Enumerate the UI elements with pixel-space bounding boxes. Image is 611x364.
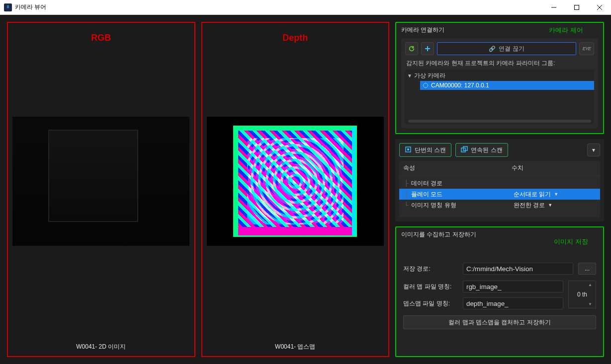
continuous-scan-icon <box>461 146 468 154</box>
prop-name: 데이터 경로 <box>411 179 514 188</box>
disconnect-button[interactable]: 🔗 연결 끊기 <box>437 42 576 55</box>
prop-row-play-mode[interactable]: ├ 플레이 모드 순서대로 읽기 ▼ <box>399 189 600 200</box>
depth-filename-label: 뎁스맵 파일 명칭: <box>403 299 458 308</box>
save-annotation: 이미지 저장 <box>554 237 588 246</box>
capture-save-button[interactable]: 컬러 맵과 뎁스맵을 캡처하고 저장하기 <box>403 315 596 329</box>
add-button[interactable] <box>421 42 434 55</box>
color-filename-input[interactable] <box>463 281 563 292</box>
prop-value: 완전한 경로 <box>514 201 545 210</box>
tree-scrollbar[interactable] <box>408 120 591 123</box>
connect-annotation: 카메라 제어 <box>549 26 583 35</box>
index-value: 0 th <box>577 291 587 298</box>
property-table: 속성 수치 ├ 데이터 경로 ├ 플레이 모드 순서대로 읽기 ▼ <box>399 161 600 218</box>
scan-options-dropdown[interactable]: ▾ <box>587 144 600 156</box>
prop-name: 플레이 모드 <box>411 190 514 199</box>
depth-caption: W0041- 뎁스맵 <box>202 340 389 356</box>
eye-button[interactable]: EYE <box>579 42 594 55</box>
camera-status-icon <box>423 83 428 88</box>
save-path-label: 저장 경로: <box>403 265 458 273</box>
app-body: RGB W0041- 2D 이미지 Depth W0041- 뎁스맵 카메라 연… <box>0 15 611 364</box>
prop-value-dropdown[interactable]: 완전한 경로 ▼ <box>514 201 598 210</box>
detected-text: 감지된 카메라와 현재 프로젝트의 카메라 파라미터 그룹: <box>406 59 593 68</box>
prop-col-attr: 속성 <box>403 164 512 172</box>
color-filename-label: 컬러 맵 파일 명칭: <box>403 283 458 291</box>
browse-button[interactable]: ... <box>578 263 596 275</box>
stepper-up-icon[interactable]: ▲ <box>588 283 594 287</box>
link-broken-icon: 🔗 <box>489 46 496 52</box>
titlebar: ⠿ 카메라 뷰어 <box>0 0 611 15</box>
tree-group-label: 가상 카메라 <box>414 72 445 80</box>
single-scan-button[interactable]: 단번의 스캔 <box>399 143 451 157</box>
tree-group-row[interactable]: ▼ 가상 카메라 <box>405 71 594 81</box>
property-header: 속성 수치 <box>399 161 600 176</box>
dropdown-icon: ▼ <box>548 203 552 208</box>
prop-value: 순서대로 읽기 <box>514 190 551 199</box>
camera-connect-panel: 카메라 연결하기 카메라 제어 🔗 연결 끊기 EYE 감지된 카메 <box>395 22 604 134</box>
prop-col-val: 수치 <box>512 164 596 172</box>
prop-row-data-path[interactable]: ├ 데이터 경로 <box>399 178 600 189</box>
index-stepper[interactable]: 0 th ▲ ▼ <box>568 281 596 308</box>
single-scan-icon <box>405 146 412 154</box>
caret-down-icon: ▼ <box>407 73 412 78</box>
prop-value-dropdown[interactable]: 순서대로 읽기 ▼ <box>514 190 598 199</box>
continuous-scan-button[interactable]: 연속된 스캔 <box>455 143 508 157</box>
stepper-down-icon[interactable]: ▼ <box>588 302 594 306</box>
right-column: 카메라 연결하기 카메라 제어 🔗 연결 끊기 EYE 감지된 카메 <box>395 22 604 357</box>
tree-camera-label: CAM00000: 127.0.0.1 <box>431 82 489 89</box>
scan-panel: 단번의 스캔 연속된 스캔 ▾ 속성 수치 ├ <box>395 139 604 221</box>
continuous-scan-label: 연속된 스캔 <box>471 146 502 154</box>
tree-camera-item[interactable]: CAM00000: 127.0.0.1 <box>420 81 594 90</box>
dropdown-icon: ▼ <box>554 192 558 197</box>
maximize-button[interactable] <box>565 0 588 15</box>
rgb-view-label: RGB <box>8 33 194 43</box>
connect-box: 🔗 연결 끊기 EYE 감지된 카메라와 현재 프로젝트의 카메라 파라미터 그… <box>401 38 598 128</box>
depth-view-label: Depth <box>202 33 389 43</box>
app-icon: ⠿ <box>4 3 12 11</box>
window-title: 카메라 뷰어 <box>15 3 542 11</box>
prop-name: 이미지 명칭 유형 <box>411 201 514 210</box>
depth-view-panel: Depth W0041- 뎁스맵 <box>201 22 390 357</box>
prop-row-image-name-type[interactable]: └ 이미지 명칭 유형 완전한 경로 ▼ <box>399 200 600 211</box>
close-button[interactable] <box>588 0 611 15</box>
svg-rect-7 <box>407 148 409 150</box>
image-save-panel: 이미지를 수집하고 저장하기 이미지 저장 저장 경로: ... 컬러 맵 파일… <box>395 226 604 357</box>
viewers-area: RGB W0041- 2D 이미지 Depth W0041- 뎁스맵 <box>7 22 389 357</box>
disconnect-label: 연결 끊기 <box>499 45 524 53</box>
rgb-image-area[interactable] <box>8 23 194 340</box>
refresh-button[interactable] <box>405 42 418 55</box>
minimize-button[interactable] <box>542 0 565 15</box>
depth-filename-input[interactable] <box>463 297 563 309</box>
rgb-caption: W0041- 2D 이미지 <box>8 340 194 356</box>
svg-rect-1 <box>575 5 579 9</box>
depth-image-area[interactable] <box>202 23 389 340</box>
rgb-view-panel: RGB W0041- 2D 이미지 <box>7 22 195 357</box>
save-path-input[interactable] <box>463 263 573 275</box>
camera-tree[interactable]: ▼ 가상 카메라 CAM00000: 127.0.0.1 <box>405 70 594 124</box>
single-scan-label: 단번의 스캔 <box>415 146 446 154</box>
